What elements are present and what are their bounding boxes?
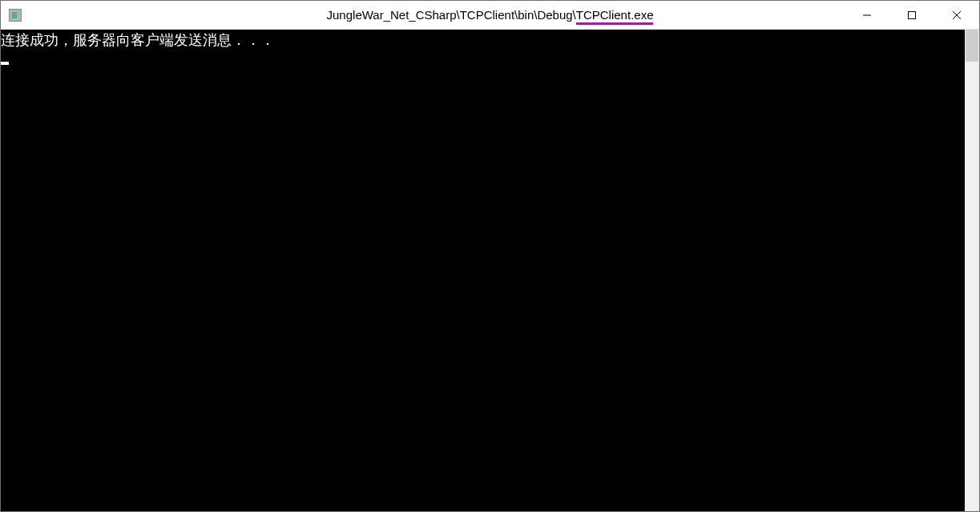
close-icon [952, 10, 962, 20]
window-controls [845, 1, 979, 29]
maximize-button[interactable] [889, 1, 934, 29]
console-output[interactable]: 连接成功，服务器向客户端发送消息．．． [1, 30, 965, 511]
minimize-icon [862, 10, 872, 20]
app-icon [9, 9, 22, 22]
console-window: JungleWar_Net_CSharp\TCPClient\bin\Debug… [0, 0, 980, 512]
window-title: JungleWar_Net_CSharp\TCPClient\bin\Debug… [327, 8, 654, 22]
vertical-scrollbar[interactable] [965, 30, 979, 511]
svg-rect-1 [909, 11, 916, 18]
maximize-icon [907, 10, 917, 20]
titlebar[interactable]: JungleWar_Net_CSharp\TCPClient\bin\Debug… [1, 1, 979, 30]
scrollbar-thumb[interactable] [966, 30, 978, 62]
close-button[interactable] [934, 1, 979, 29]
title-path: JungleWar_Net_CSharp\TCPClient\bin\Debug… [327, 8, 576, 22]
console-line: 连接成功，服务器向客户端发送消息．．． [1, 31, 275, 48]
console-area: 连接成功，服务器向客户端发送消息．．． [1, 30, 979, 511]
title-exe-highlighted: TCPClient.exe [576, 8, 654, 25]
minimize-button[interactable] [845, 1, 889, 29]
text-cursor [1, 62, 9, 65]
